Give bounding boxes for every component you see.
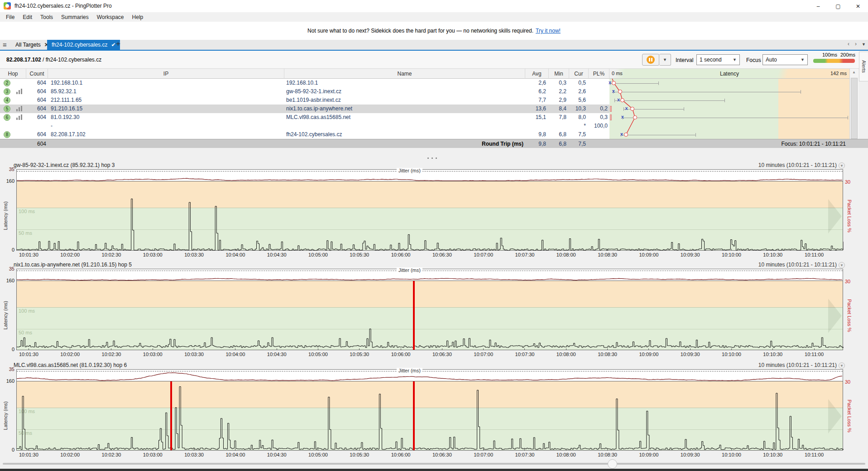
table-row-hop-2[interactable]: 2604192.168.10.1192.168.10.12,60,30,5 <box>0 79 609 87</box>
x-tick-label: 10:06:00 <box>386 352 415 357</box>
count-cell <box>26 122 46 130</box>
graph-range-dropdown[interactable]: ▼ <box>839 362 845 369</box>
splitter-handle[interactable] <box>427 157 437 159</box>
column-header-latency[interactable]: 0 msLatency142 ms <box>609 69 849 79</box>
new-tab-button[interactable]: + <box>116 39 120 48</box>
x-tick-label: 10:09:00 <box>634 352 663 357</box>
time-scrollbar-track[interactable] <box>3 463 865 465</box>
cur-cell: 10,3 <box>569 105 586 113</box>
maximize-button[interactable]: ▢ <box>828 0 848 12</box>
x-tick <box>153 249 153 251</box>
round-trip-label: Round Trip (ms) <box>284 139 523 148</box>
x-tick-label: 10:09:30 <box>676 452 705 457</box>
column-header-pl[interactable]: PL% <box>589 69 609 79</box>
window-bottom-edge <box>0 469 868 471</box>
pause-options-button[interactable]: ▼ <box>659 54 671 66</box>
column-header-hop[interactable]: Hop <box>0 69 26 79</box>
jitter-plot <box>17 370 844 381</box>
avg-cell: 15,1 <box>525 113 546 122</box>
column-header-avg[interactable]: Avg <box>525 69 549 79</box>
latency-timeline-plot[interactable]: 100 ms50 ms <box>16 181 843 251</box>
min-cell: 2,2 <box>549 87 566 96</box>
name-cell: MLC.vl98.cas.as15685.net <box>286 113 522 122</box>
time-scrollbar-thumb[interactable] <box>608 459 617 469</box>
banner-text: Not sure what to do next? Sidekick does … <box>307 28 533 34</box>
column-header-ip[interactable]: IP <box>48 69 284 79</box>
graph-range-dropdown[interactable]: ▼ <box>839 262 845 268</box>
scroll-up-arrow-icon[interactable]: ▲ <box>852 70 856 74</box>
latency-range-panel[interactable]: xxxxxx <box>609 79 849 139</box>
x-tick <box>648 249 649 251</box>
jitter-max-label: 35 <box>4 266 14 271</box>
graph-range-label: 10 minutes (10:01:21 - 10:11:21) <box>634 162 837 168</box>
table-row-hop-8[interactable]: 860482.208.17.102fh24-102.cybersales.cz9… <box>0 130 609 139</box>
x-tick-label: 10:03:00 <box>138 452 167 457</box>
minimize-button[interactable]: – <box>808 0 828 12</box>
table-row-hop-6[interactable]: 660481.0.192.30MLC.vl98.cas.as15685.net1… <box>0 113 609 122</box>
legend-200ms-label: 200ms <box>840 52 855 57</box>
alerts-side-tab[interactable]: Alerts <box>859 52 868 81</box>
column-header-name[interactable]: Name <box>284 69 525 79</box>
column-header-count[interactable]: Count <box>26 69 48 79</box>
menu-help[interactable]: Help <box>128 14 148 20</box>
x-tick-label: 10:01:30 <box>14 452 43 457</box>
table-scrollbar[interactable]: ▲ <box>849 69 858 148</box>
x-tick-label: 10:08:30 <box>593 352 622 357</box>
x-tick <box>731 449 732 451</box>
packet-loss-event-line <box>170 381 172 450</box>
x-tick-label: 10:05:30 <box>345 452 374 457</box>
tab-active-target[interactable]: fh24-102.cybersales.cz ✔ <box>47 40 120 50</box>
focus-value: Auto <box>766 57 777 63</box>
x-tick-label: 10:02:30 <box>97 252 126 257</box>
scrollbar-thumb[interactable] <box>851 78 858 139</box>
pingplotter-window: fh24-102.cybersales.cz - PingPlotter Pro… <box>0 0 868 471</box>
packet-loss-max-label: 30 <box>845 279 850 284</box>
y-axis-title: Latency (ms) <box>3 193 8 238</box>
name-cell: nix1.to.cas.ip-anywhere.net <box>286 105 522 113</box>
hamburger-icon[interactable]: ≡ <box>3 41 7 48</box>
x-tick <box>70 249 70 251</box>
footer-cur: 7,5 <box>569 139 586 148</box>
latency-series <box>17 381 844 451</box>
graph-range-dropdown[interactable]: ▼ <box>839 162 845 169</box>
close-button[interactable]: ✕ <box>848 0 868 12</box>
table-row-hop-4[interactable]: 4604212.111.1.65be1.1019-asbr.inext.cz7,… <box>0 96 609 105</box>
tab-scroll-left-icon[interactable]: ‹ <box>848 41 849 47</box>
chevron-down-icon: ▼ <box>801 57 805 62</box>
interval-select[interactable]: 1 second▼ <box>696 54 740 65</box>
menu-tools[interactable]: Tools <box>36 14 57 20</box>
column-header-min[interactable]: Min <box>549 69 569 79</box>
alerts-tab-label: Alerts <box>861 60 867 73</box>
try-it-now-link[interactable]: Try it now! <box>536 28 561 34</box>
pause-button[interactable] <box>642 54 659 66</box>
column-header-cur[interactable]: Cur <box>569 69 589 79</box>
x-tick-label: 10:09:30 <box>676 352 705 357</box>
menu-summaries[interactable]: Summaries <box>57 14 93 20</box>
table-row-hop-5[interactable]: 560491.210.16.15nix1.to.cas.ip-anywhere.… <box>0 105 609 113</box>
menu-file[interactable]: File <box>2 14 19 20</box>
x-tick-label: 10:08:00 <box>551 452 580 457</box>
graph-range-label: 10 minutes (10:01:21 - 10:11:21) <box>634 262 837 268</box>
latency-timeline-plot[interactable]: 100 ms50 ms <box>16 281 843 350</box>
latency-timeline-plot[interactable]: 100 ms50 ms <box>16 381 843 451</box>
x-tick-label: 10:08:00 <box>551 252 580 257</box>
x-tick <box>359 348 360 350</box>
tab-all-targets-label: All Targets <box>15 42 41 48</box>
table-row-hop-3[interactable]: 360485.92.32.1gw-85-92-32-1.inext.cz6,22… <box>0 87 609 96</box>
table-row-hop-unknown[interactable]: -*100,0 <box>0 122 609 130</box>
tab-list-icon[interactable]: ▼ <box>862 42 866 47</box>
avg-cell: 6,2 <box>525 87 546 96</box>
packet-loss-max-label: 30 <box>845 179 850 185</box>
jitter-label: Jitter (ms) <box>397 368 422 373</box>
x-tick-label: 10:10:00 <box>717 452 746 457</box>
menu-workspace[interactable]: Workspace <box>93 14 128 20</box>
x-tick <box>772 449 773 451</box>
x-tick-label: 10:07:30 <box>510 452 539 457</box>
x-tick-label: 10:05:30 <box>345 252 374 257</box>
tab-scroll-right-icon[interactable]: › <box>855 41 857 47</box>
menu-edit[interactable]: Edit <box>19 14 36 20</box>
ip-cell: 81.0.192.30 <box>51 113 277 122</box>
name-cell: be1.1019-asbr.inext.cz <box>286 96 522 105</box>
focus-select[interactable]: Auto▼ <box>762 54 808 65</box>
packet-loss-axis-title: Packet Loss % <box>847 191 852 241</box>
